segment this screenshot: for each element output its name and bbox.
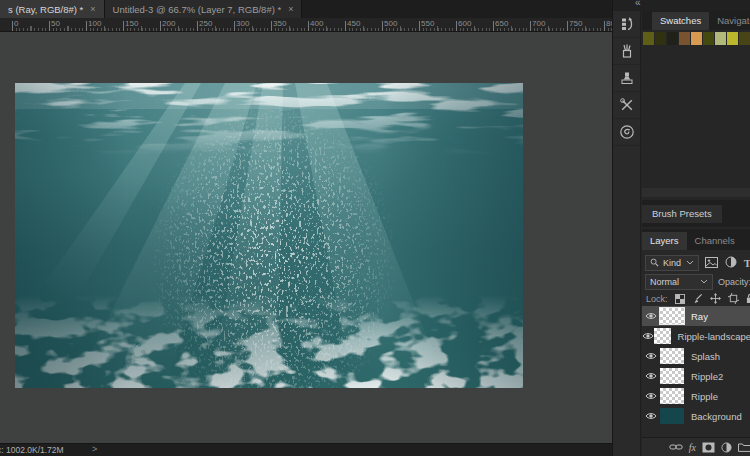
color-swatch[interactable] [703, 32, 714, 45]
tab-close-icon[interactable]: × [288, 4, 293, 14]
color-swatch[interactable] [655, 32, 666, 45]
status-menu-chevron-icon[interactable]: > [92, 444, 97, 454]
ruler-major-tick [12, 21, 13, 31]
layer-name: Splash [691, 351, 720, 362]
color-swatch[interactable] [727, 32, 738, 45]
layer-row[interactable]: Ray [642, 306, 750, 326]
photoshop-window: s (Ray, RGB/8#) *×Untitled-3 @ 66.7% (La… [0, 0, 750, 456]
layer-thumbnail[interactable] [654, 328, 670, 344]
ruler-number: 100 [88, 19, 101, 28]
brush-presets-panel-bar: Brush Presets [642, 200, 750, 227]
ruler-major-tick [456, 21, 457, 31]
filter-pixel-layers-icon[interactable] [705, 254, 718, 272]
lock-move-icon[interactable] [710, 293, 721, 304]
group-folder-icon[interactable] [738, 442, 750, 452]
layer-row[interactable]: Ripple2 [642, 366, 750, 386]
ruler-major-tick [49, 21, 50, 31]
layer-name: Ripple [691, 391, 718, 402]
tab-swatches[interactable]: Swatches [652, 12, 709, 30]
layer-thumbnail[interactable] [660, 348, 684, 364]
ruler-major-tick [419, 21, 420, 31]
dock-header: « [613, 0, 750, 11]
blend-mode-dropdown[interactable]: Normal [645, 274, 713, 290]
collapse-panels-icon[interactable]: « [635, 0, 641, 8]
ruler-major-tick [271, 21, 272, 31]
history-panel-icon[interactable] [613, 11, 641, 38]
chevron-down-icon [686, 260, 694, 265]
ruler-major-tick [493, 21, 494, 31]
ruler-major-tick [345, 21, 346, 31]
document-size-info: c: 1002.0K/1.72M [0, 445, 64, 455]
lock-transparency-icon[interactable] [675, 294, 685, 304]
filter-type-layers-icon[interactable]: T [744, 257, 750, 269]
underwater-image [15, 83, 523, 388]
tool-presets-panel-icon[interactable] [613, 92, 641, 119]
color-swatch[interactable] [643, 32, 654, 45]
layer-thumbnail[interactable] [660, 368, 684, 384]
layer-filter-row: Kind T [642, 250, 750, 272]
swatches-panel-tabs: SwatchesNavigator [642, 11, 750, 30]
creative-cloud-panel-icon[interactable] [613, 119, 641, 146]
color-swatch[interactable] [739, 32, 750, 45]
search-icon [650, 258, 659, 267]
ruler-number: 750 [569, 19, 582, 28]
layer-list: RayRipple-landscapeSplashRipple2RippleBa… [642, 306, 750, 426]
layer-visibility-eye-icon[interactable] [642, 372, 660, 380]
color-swatch[interactable] [715, 32, 726, 45]
blend-mode-value: Normal [650, 277, 679, 287]
ruler-number: 550 [421, 19, 434, 28]
layer-row[interactable]: Splash [642, 346, 750, 366]
layer-name: Background [691, 411, 742, 422]
layer-row[interactable]: Ripple-landscape [642, 326, 750, 346]
layers-panel: Kind T Normal Opacity: [642, 250, 750, 456]
swatch-row [643, 32, 750, 45]
document-tabbar: s (Ray, RGB/8#) *×Untitled-3 @ 66.7% (La… [0, 0, 612, 18]
layer-visibility-eye-icon[interactable] [642, 332, 654, 340]
document-tab-label: s (Ray, RGB/8#) * [8, 4, 83, 15]
ruler-number: 200 [162, 19, 175, 28]
document-tab[interactable]: Untitled-3 @ 66.7% (Layer 7, RGB/8#) *× [105, 0, 303, 18]
layer-thumbnail[interactable] [660, 308, 684, 324]
fx-icon[interactable]: fx [689, 442, 696, 453]
chevron-down-icon [700, 279, 708, 284]
ruler-number: 500 [384, 19, 397, 28]
layer-thumbnail[interactable] [660, 388, 684, 404]
layer-visibility-eye-icon[interactable] [642, 392, 660, 400]
layer-visibility-eye-icon[interactable] [642, 352, 660, 360]
tab-brush-presets[interactable]: Brush Presets [642, 205, 722, 223]
adjustment-icon[interactable] [721, 442, 732, 453]
layer-name: Ray [691, 311, 708, 322]
document-canvas[interactable] [15, 83, 523, 388]
panel-resize-gutter[interactable] [642, 188, 750, 197]
color-swatch[interactable] [679, 32, 690, 45]
ruler-number: 700 [532, 19, 545, 28]
layer-row[interactable]: Background [642, 406, 750, 426]
layer-mask-icon[interactable] [702, 442, 715, 453]
filter-adjustment-layers-icon[interactable] [725, 254, 737, 272]
ruler-major-tick [197, 21, 198, 31]
layer-row[interactable]: Ripple [642, 386, 750, 406]
ruler-number: 600 [458, 19, 471, 28]
tab-close-icon[interactable]: × [90, 4, 95, 14]
link-icon[interactable] [669, 442, 683, 452]
layer-name: Ripple-landscape [678, 331, 750, 342]
ruler-number: 350 [273, 19, 286, 28]
color-swatch[interactable] [667, 32, 678, 45]
layer-visibility-eye-icon[interactable] [642, 312, 660, 320]
layer-thumbnail[interactable] [660, 408, 684, 424]
tab-layers[interactable]: Layers [642, 232, 687, 250]
ruler-number: 50 [51, 19, 60, 28]
filter-kind-dropdown[interactable]: Kind [645, 255, 699, 271]
lock-paint-icon[interactable] [692, 293, 703, 304]
layer-visibility-eye-icon[interactable] [642, 412, 660, 420]
clone-source-panel-icon[interactable] [613, 65, 641, 92]
brush-presets-panel-icon[interactable] [613, 38, 641, 65]
tab-channels[interactable]: Channels [687, 232, 743, 250]
ruler-major-tick [234, 21, 235, 31]
document-tab[interactable]: s (Ray, RGB/8#) *× [0, 0, 105, 18]
tab-navigator[interactable]: Navigator [709, 12, 750, 30]
lock-all-icon[interactable] [746, 293, 750, 304]
color-swatch[interactable] [691, 32, 702, 45]
lock-artboard-icon[interactable] [728, 293, 739, 304]
tab-paths[interactable]: Paths [743, 232, 750, 250]
